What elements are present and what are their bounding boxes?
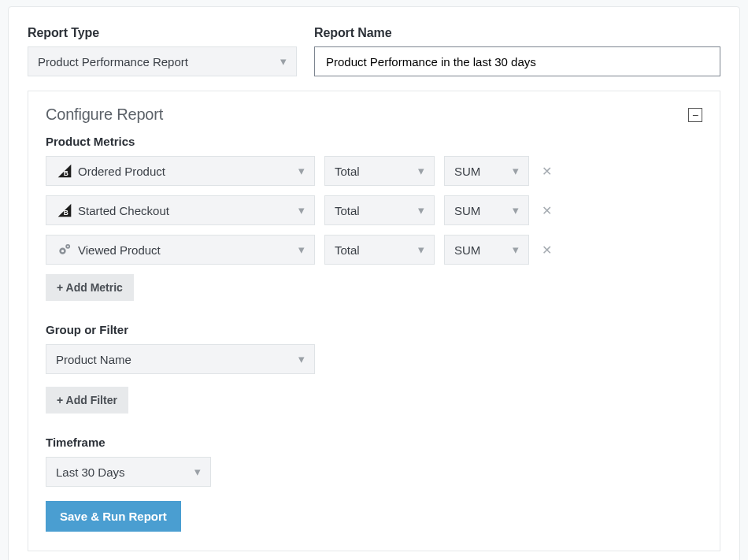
chevron-down-icon: ▾ — [513, 243, 519, 257]
header-row: Report Type Product Performance Report ▾… — [28, 26, 720, 76]
panel-header: Configure Report − — [46, 106, 702, 124]
remove-metric-button[interactable]: ✕ — [539, 243, 555, 258]
add-metric-button[interactable]: + Add Metric — [46, 274, 134, 301]
metric-column-value: Total — [335, 204, 360, 217]
chevron-down-icon: ▾ — [194, 465, 201, 479]
metric-select[interactable]: Viewed Product▾ — [46, 235, 315, 265]
chevron-down-icon: ▾ — [298, 352, 305, 366]
timeframe-select[interactable]: Last 30 Days ▾ — [46, 457, 211, 487]
chevron-down-icon: ▾ — [298, 243, 305, 257]
chevron-down-icon: ▾ — [418, 243, 424, 257]
minus-icon: − — [692, 109, 698, 121]
svg-point-5 — [61, 250, 64, 252]
report-type-select[interactable]: Product Performance Report ▾ — [28, 46, 297, 76]
timeframe-label: Timeframe — [46, 436, 702, 449]
metric-agg-select[interactable]: SUM▾ — [444, 156, 529, 186]
collapse-button[interactable]: − — [688, 108, 702, 122]
report-type-block: Report Type Product Performance Report ▾ — [28, 26, 297, 76]
remove-metric-button[interactable]: ✕ — [539, 203, 555, 218]
save-run-button[interactable]: Save & Run Report — [46, 501, 181, 532]
metric-name: Ordered Product — [78, 165, 165, 178]
metric-select[interactable]: BStarted Checkout▾ — [46, 195, 315, 225]
metric-select[interactable]: BOrdered Product▾ — [46, 156, 315, 186]
metrics-list: BOrdered Product▾Total▾SUM▾✕BStarted Che… — [46, 156, 702, 265]
metric-agg-value: SUM — [454, 243, 480, 257]
metric-agg-value: SUM — [454, 165, 480, 178]
report-builder-card: Report Type Product Performance Report ▾… — [8, 6, 740, 560]
brand-b-icon: B — [56, 202, 73, 219]
metric-row: BStarted Checkout▾Total▾SUM▾✕ — [46, 195, 702, 225]
gears-icon — [56, 241, 73, 258]
metric-column-select[interactable]: Total▾ — [324, 156, 435, 186]
brand-b-icon: B — [56, 162, 73, 180]
add-filter-button[interactable]: + Add Filter — [46, 387, 128, 414]
chevron-down-icon: ▾ — [418, 203, 424, 217]
metric-row: Viewed Product▾Total▾SUM▾✕ — [46, 235, 702, 265]
metrics-label: Product Metrics — [46, 135, 702, 148]
report-type-value: Product Performance Report — [38, 55, 188, 69]
chevron-down-icon: ▾ — [298, 164, 305, 178]
metric-agg-value: SUM — [454, 204, 480, 217]
timeframe-value: Last 30 Days — [56, 465, 125, 479]
remove-metric-button[interactable]: ✕ — [539, 164, 555, 179]
report-type-label: Report Type — [28, 26, 297, 40]
metric-column-value: Total — [335, 243, 360, 257]
group-value: Product Name — [56, 353, 131, 366]
metric-agg-select[interactable]: SUM▾ — [444, 235, 529, 265]
report-name-label: Report Name — [314, 26, 720, 40]
close-icon: ✕ — [542, 243, 552, 257]
chevron-down-icon: ▾ — [418, 164, 424, 178]
group-select[interactable]: Product Name ▾ — [46, 344, 315, 374]
metric-agg-select[interactable]: SUM▾ — [444, 195, 529, 225]
close-icon: ✕ — [542, 165, 552, 178]
metric-name: Started Checkout — [78, 204, 169, 217]
close-icon: ✕ — [542, 204, 552, 217]
report-name-input[interactable] — [314, 46, 720, 76]
report-name-block: Report Name — [314, 26, 720, 76]
chevron-down-icon: ▾ — [513, 203, 519, 217]
panel-title: Configure Report — [46, 106, 163, 124]
group-label: Group or Filter — [46, 323, 702, 336]
svg-text:B: B — [64, 209, 69, 217]
configure-panel: Configure Report − Product Metrics BOrde… — [28, 91, 720, 551]
chevron-down-icon: ▾ — [513, 164, 519, 178]
chevron-down-icon: ▾ — [280, 54, 287, 69]
svg-text:B: B — [64, 169, 69, 177]
svg-point-7 — [67, 246, 69, 247]
metric-name: Viewed Product — [78, 243, 161, 257]
metric-row: BOrdered Product▾Total▾SUM▾✕ — [46, 156, 702, 186]
metric-column-value: Total — [335, 165, 360, 178]
metric-column-select[interactable]: Total▾ — [324, 235, 435, 265]
chevron-down-icon: ▾ — [298, 203, 305, 217]
metric-column-select[interactable]: Total▾ — [324, 195, 435, 225]
